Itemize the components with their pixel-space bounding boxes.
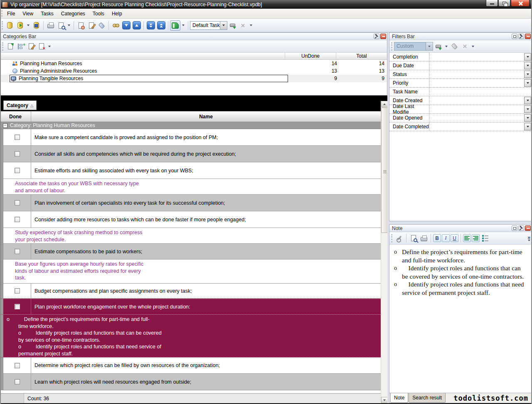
filter-dropdown-button[interactable] bbox=[524, 105, 531, 113]
name-column-header[interactable]: Name bbox=[31, 111, 381, 122]
filter-value-field[interactable] bbox=[429, 88, 532, 96]
clear-filter-button[interactable] bbox=[449, 41, 460, 51]
group-header-row[interactable]: − Category: Planning Human Resources bbox=[0, 122, 381, 129]
task-row[interactable]: Determine which project roles can be fil… bbox=[0, 357, 381, 374]
tab-note[interactable]: Note bbox=[390, 393, 408, 403]
categories-toolbar-overflow[interactable] bbox=[47, 46, 52, 47]
move-up-button[interactable] bbox=[131, 20, 142, 31]
note-print-button[interactable] bbox=[419, 233, 429, 243]
task-row[interactable]: Plan involvement of certain specialists … bbox=[0, 195, 381, 211]
task-checkbox[interactable] bbox=[15, 249, 20, 254]
new-task-button[interactable] bbox=[76, 20, 86, 31]
italic-button[interactable]: I bbox=[442, 234, 450, 242]
filter-dropdown-button[interactable] bbox=[524, 114, 531, 122]
pin-button[interactable] bbox=[374, 34, 379, 39]
save-database-button[interactable] bbox=[31, 20, 42, 31]
filter-value-field[interactable] bbox=[429, 122, 524, 131]
open-database-dropdown[interactable] bbox=[26, 24, 30, 26]
show-notes-dropdown[interactable] bbox=[181, 24, 185, 26]
bold-button[interactable]: B bbox=[433, 234, 441, 242]
task-row[interactable]: Consider adding more resources to tasks … bbox=[0, 211, 381, 228]
filter-value-field[interactable] bbox=[429, 61, 524, 70]
filter-value-field[interactable] bbox=[429, 96, 524, 105]
task-checkbox[interactable] bbox=[15, 135, 20, 140]
grid-vertical-scrollbar[interactable] bbox=[381, 101, 387, 403]
restore-panel-button[interactable] bbox=[512, 34, 517, 39]
undone-column-header[interactable]: UnDone bbox=[285, 53, 336, 59]
task-row[interactable]: Consider all skills and competencies whi… bbox=[0, 146, 381, 162]
align-left-button[interactable] bbox=[463, 234, 471, 242]
filter-value-field[interactable] bbox=[429, 105, 524, 113]
task-note-row[interactable]: Associate the tasks on your WBS with nec… bbox=[0, 179, 381, 195]
note-editor[interactable]: o Define the project’s requirements for … bbox=[389, 245, 532, 393]
edit-task-button[interactable] bbox=[86, 20, 96, 31]
scrollbar-thumb[interactable] bbox=[381, 108, 388, 233]
filter-dropdown-button[interactable] bbox=[524, 79, 531, 87]
move-top-button[interactable] bbox=[156, 20, 166, 31]
restore-panel-button[interactable] bbox=[512, 225, 517, 231]
filter-preset-dropdown-button[interactable] bbox=[426, 42, 433, 50]
scroll-up-button[interactable] bbox=[381, 101, 388, 107]
bullet-list-button[interactable] bbox=[480, 233, 490, 243]
filter-value-field[interactable] bbox=[429, 114, 524, 122]
filter-dropdown-button[interactable] bbox=[524, 53, 531, 61]
task-note-row-selected[interactable]: o Define the project’s requirements for … bbox=[0, 315, 381, 357]
align-right-button[interactable] bbox=[472, 234, 480, 242]
task-checkbox[interactable] bbox=[15, 151, 20, 157]
task-row[interactable]: Make sure a competent candidate is prove… bbox=[0, 129, 381, 146]
close-button[interactable] bbox=[511, 0, 530, 7]
task-row[interactable]: Estimate compensations to be paid to wor… bbox=[0, 244, 381, 260]
category-row-tangible-resources[interactable]: Planning Tangible Resources 9 9 bbox=[0, 75, 387, 82]
note-toolbar-overflow[interactable]: » bbox=[527, 235, 530, 241]
find-task-button[interactable] bbox=[111, 20, 121, 31]
total-column-header[interactable]: Total bbox=[336, 53, 387, 59]
collapse-group-icon[interactable]: − bbox=[3, 123, 7, 128]
filter-dropdown-button[interactable] bbox=[524, 62, 531, 69]
print-preview-dropdown[interactable] bbox=[67, 24, 71, 26]
print-button[interactable] bbox=[45, 20, 56, 31]
task-note-row[interactable]: Base your figures upon average hourly ra… bbox=[0, 260, 381, 284]
move-bottom-button[interactable] bbox=[145, 20, 156, 31]
task-row-selected[interactable]: Plan project workforce engagement over t… bbox=[0, 299, 381, 315]
task-checkbox[interactable] bbox=[15, 288, 20, 294]
apply-note-button[interactable] bbox=[394, 233, 404, 243]
menu-tools[interactable]: Tools bbox=[89, 9, 108, 18]
note-close-button[interactable] bbox=[525, 225, 531, 231]
filter-value-field[interactable] bbox=[429, 70, 524, 78]
print-preview-button[interactable] bbox=[56, 20, 66, 31]
pin-button[interactable] bbox=[518, 225, 524, 231]
filters-close-button[interactable] bbox=[525, 34, 531, 39]
task-note-row[interactable]: Study expediency of task crashing method… bbox=[0, 228, 381, 244]
task-checkbox[interactable] bbox=[15, 304, 20, 309]
edit-category-button[interactable] bbox=[26, 41, 36, 51]
delete-task-button[interactable] bbox=[96, 20, 107, 31]
task-checkbox[interactable] bbox=[15, 379, 20, 384]
move-down-button[interactable] bbox=[121, 20, 131, 31]
apply-filter-button[interactable] bbox=[433, 41, 443, 51]
done-column-header[interactable]: Done bbox=[0, 111, 31, 122]
delete-task-type-button[interactable]: × bbox=[238, 20, 248, 31]
task-type-dropdown-button[interactable] bbox=[220, 22, 227, 29]
scroll-down-button[interactable] bbox=[381, 397, 388, 403]
task-row[interactable]: Estimate efforts and skilling associated… bbox=[0, 162, 381, 179]
menu-file[interactable]: File bbox=[3, 9, 19, 18]
menu-categories[interactable]: Categories bbox=[57, 9, 89, 18]
category-row-administrative-resources[interactable]: Planning Administrative Resources 13 13 bbox=[0, 67, 387, 75]
apply-task-type-button[interactable] bbox=[227, 20, 238, 31]
filter-dropdown-button[interactable] bbox=[524, 97, 531, 104]
delete-category-button[interactable]: × bbox=[36, 41, 47, 51]
task-checkbox[interactable] bbox=[15, 363, 20, 368]
task-checkbox[interactable] bbox=[15, 168, 20, 173]
task-type-combobox[interactable]: Default Task bbox=[190, 21, 227, 30]
new-category-button[interactable] bbox=[5, 41, 15, 51]
category-row-human-resources[interactable]: Planning Human Resources 14 14 bbox=[0, 60, 387, 67]
menu-view[interactable]: View bbox=[19, 9, 37, 18]
pin-button[interactable] bbox=[518, 34, 524, 39]
group-by-category-button[interactable]: Category △ bbox=[3, 100, 37, 110]
open-database-button[interactable] bbox=[15, 20, 25, 31]
horizontal-splitter[interactable] bbox=[389, 221, 532, 224]
categories-close-button[interactable] bbox=[380, 34, 386, 39]
filter-value-field[interactable] bbox=[429, 79, 524, 87]
toolbar-overflow-dropdown[interactable] bbox=[249, 24, 253, 26]
minimize-button[interactable] bbox=[486, 0, 498, 7]
